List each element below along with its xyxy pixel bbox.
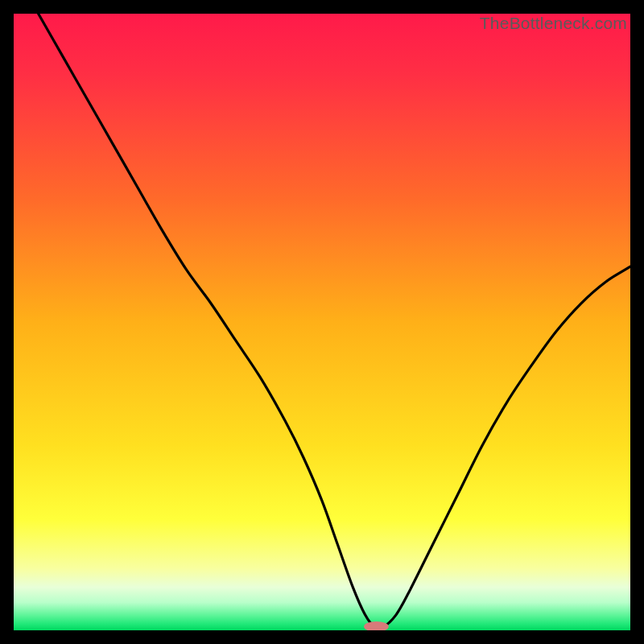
watermark-text: TheBottleneck.com: [480, 14, 627, 33]
chart-background: [14, 14, 630, 630]
chart-svg: [14, 14, 630, 630]
chart-frame: TheBottleneck.com: [14, 14, 630, 630]
